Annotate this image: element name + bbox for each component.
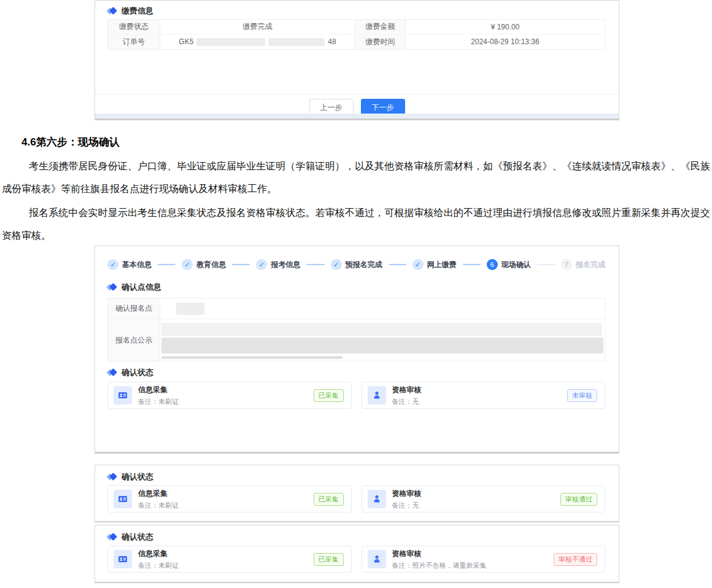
confirm-status-header: 确认状态 <box>107 367 153 378</box>
site-notice-label: 报名点公示 <box>108 319 160 361</box>
info-collection-card: 信息采集 备注：未刷证 已采集 <box>107 382 352 409</box>
payment-status-label: 缴费状态 <box>108 20 160 34</box>
step-connector <box>389 264 406 265</box>
order-number-value: GK5 48 <box>160 34 355 49</box>
confirmation-point-header: 确认点信息 <box>107 282 161 293</box>
payment-info-panel: 缴费信息 缴费状态 缴费完成 缴费金额 ¥ 190.00 订单号 GK5 48 … <box>95 0 619 120</box>
confirm-status-title: 确认状态 <box>122 367 153 378</box>
status-panel-passed: 确认状态 信息采集 备注：未刷证 已采集 资格审核 备注：无 <box>95 465 619 522</box>
redacted-text-block <box>161 338 603 354</box>
panel-footer-strip <box>95 114 619 118</box>
diamond-icon <box>107 533 117 541</box>
confirm-status-header: 确认状态 <box>107 532 153 543</box>
person-icon <box>368 386 386 404</box>
qualification-review-card: 资格审核 备注：照片不合格，请重新采集 审核不通过 <box>362 546 606 573</box>
step-prereg-complete: ✓ 预报名完成 <box>331 259 382 270</box>
status-badge: 已采集 <box>314 493 344 506</box>
status-cards-row: 信息采集 备注：未刷证 已采集 资格审核 备注：照片不合格，请重新采集 审核不通… <box>107 546 605 573</box>
step-basic-info: ✓ 基本信息 <box>107 259 152 270</box>
manual-page: 缴费信息 缴费状态 缴费完成 缴费金额 ¥ 190.00 订单号 GK5 48 … <box>0 0 712 588</box>
redacted-block <box>268 38 325 46</box>
redacted-block <box>176 303 204 315</box>
diamond-icon <box>107 369 117 376</box>
site-notice-value <box>160 319 605 361</box>
card-title: 资格审核 <box>392 549 487 559</box>
confirm-status-header: 确认状态 <box>107 471 153 482</box>
payment-section-title: 缴费信息 <box>122 6 153 17</box>
confirm-site-value <box>160 298 605 319</box>
section-heading: 4.6第六步：现场确认 <box>21 135 120 149</box>
diamond-icon <box>107 284 117 291</box>
id-card-icon <box>114 386 132 404</box>
card-title: 信息采集 <box>138 385 179 395</box>
status-badge: 未审核 <box>567 389 597 402</box>
status-badge: 已采集 <box>314 553 344 566</box>
step-connector <box>232 264 250 265</box>
step-education-info: ✓ 教育信息 <box>182 259 226 270</box>
step-connector <box>537 264 555 265</box>
diamond-icon <box>107 473 117 481</box>
card-note: 备注：照片不合格，请重新采集 <box>392 561 487 570</box>
qualification-review-card: 资格审核 备注：无 审核通过 <box>362 485 606 513</box>
confirm-status-title: 确认状态 <box>122 532 153 543</box>
step-registration-complete: 7 报名完成 <box>561 259 605 270</box>
check-icon: ✓ <box>412 259 424 270</box>
person-icon <box>368 550 386 568</box>
status-badge: 审核通过 <box>560 493 597 506</box>
card-title: 信息采集 <box>138 549 179 559</box>
step-connector <box>306 264 324 265</box>
paragraph-status: 报名系统中会实时显示出考生信息采集状态及报名资格审核状态。若审核不通过，可根据审… <box>2 201 710 247</box>
card-note: 备注：无 <box>392 397 422 406</box>
card-title: 信息采集 <box>138 489 179 499</box>
status-badge: 已采集 <box>314 389 344 402</box>
payment-time-value: 2024-08-29 10:13:36 <box>406 34 605 49</box>
confirm-site-label: 确认报名点 <box>108 298 160 319</box>
status-cards-row: 信息采集 备注：未刷证 已采集 资格审核 备注：无 未审核 <box>107 382 605 409</box>
card-note: 备注：未刷证 <box>138 561 179 570</box>
redacted-block <box>196 38 265 46</box>
info-collection-card: 信息采集 备注：未刷证 已采集 <box>107 546 352 573</box>
step-number: 6 <box>487 259 498 270</box>
step-progress-bar: ✓ 基本信息 ✓ 教育信息 ✓ 报考信息 ✓ 预报名完成 ✓ 网上缴费 <box>107 254 605 275</box>
card-note: 备注：未刷证 <box>138 397 179 406</box>
payment-time-label: 缴费时间 <box>355 34 406 49</box>
confirm-status-title: 确认状态 <box>122 471 153 482</box>
card-title: 资格审核 <box>392 385 422 395</box>
check-icon: ✓ <box>256 259 267 270</box>
card-title: 资格审核 <box>392 489 422 499</box>
payment-status-value: 缴费完成 <box>160 20 355 34</box>
payment-section-header: 缴费信息 <box>107 6 153 17</box>
paragraph-materials: 考生须携带居民身份证、户口簿、毕业证或应届毕业生证明（学籍证明），以及其他资格审… <box>2 155 710 200</box>
order-number-prefix: GK5 <box>179 37 193 46</box>
step-number: 7 <box>561 259 572 270</box>
onsite-confirmation-panel: ✓ 基本信息 ✓ 教育信息 ✓ 报考信息 ✓ 预报名完成 ✓ 网上缴费 <box>95 246 619 454</box>
payment-amount-label: 缴费金额 <box>355 20 406 34</box>
step-connector <box>463 264 481 265</box>
footer-divider <box>95 94 619 95</box>
status-panel-failed: 确认状态 信息采集 备注：未刷证 已采集 资格审核 备注：照片不合格，请 <box>95 525 619 583</box>
status-badge: 审核不通过 <box>554 553 597 566</box>
person-icon <box>368 490 386 508</box>
info-collection-card: 信息采集 备注：未刷证 已采集 <box>107 485 352 513</box>
card-note: 备注：未刷证 <box>138 501 179 510</box>
check-icon: ✓ <box>331 259 342 270</box>
step-application-info: ✓ 报考信息 <box>256 259 300 270</box>
illegible-text-smudge <box>161 356 342 359</box>
step-connector <box>158 264 176 265</box>
redacted-text-block <box>161 323 602 336</box>
check-icon: ✓ <box>107 259 118 270</box>
payment-amount-value: ¥ 190.00 <box>406 20 605 34</box>
diamond-icon <box>107 7 117 15</box>
id-card-icon <box>114 550 132 568</box>
confirmation-point-table: 确认报名点 报名点公示 <box>107 298 605 362</box>
step-onsite-confirmation: 6 现场确认 <box>487 259 531 270</box>
status-cards-row: 信息采集 备注：未刷证 已采集 资格审核 备注：无 审核通过 <box>107 485 605 513</box>
step-online-payment: ✓ 网上缴费 <box>412 259 457 270</box>
qualification-review-card: 资格审核 备注：无 未审核 <box>362 382 606 409</box>
id-card-icon <box>114 490 132 508</box>
order-number-label: 订单号 <box>108 34 160 49</box>
payment-table: 缴费状态 缴费完成 缴费金额 ¥ 190.00 订单号 GK5 48 缴费时间 … <box>107 19 605 50</box>
confirmation-point-title: 确认点信息 <box>122 282 161 293</box>
order-number-suffix: 48 <box>328 37 336 46</box>
check-icon: ✓ <box>182 259 193 270</box>
